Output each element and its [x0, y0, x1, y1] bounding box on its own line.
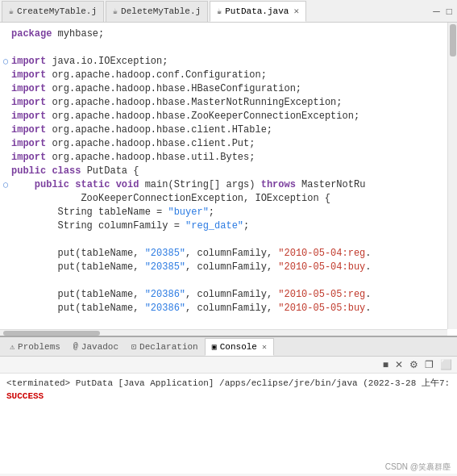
maximize-button[interactable]: □ [445, 6, 454, 17]
tab-delete-my-table[interactable]: ☕ DeleteMyTable.j [106, 1, 208, 22]
code-line: ZooKeeperConnectionException, IOExceptio… [0, 192, 457, 206]
code-line [0, 41, 457, 55]
code-line: ◯ import java.io.IOException; [0, 55, 457, 69]
javadoc-label: Javadoc [81, 342, 118, 352]
watermark-text: CSDN @笑裹群塵 [385, 461, 451, 473]
code-line: import org.apache.hadoop.hbase.client.HT… [0, 123, 457, 137]
code-line: put(tableName, "20385", columnFamily, "2… [0, 261, 457, 274]
code-line: import org.apache.hadoop.hbase.ZooKeeper… [0, 110, 457, 123]
code-editor: package myhbase; ◯ import java.io.IOExce… [0, 23, 457, 337]
settings-button[interactable]: ⚙ [408, 358, 420, 371]
editor-tab-bar: ☕ CreateMyTable.j ☕ DeleteMyTable.j ☕ Pu… [0, 0, 457, 23]
editor-v-scrollbar-thumb[interactable] [450, 24, 456, 56]
copy-button[interactable]: ❐ [423, 358, 435, 371]
code-line: ◯ public static void main(String[] args)… [0, 178, 457, 192]
declaration-icon: ⊡ [131, 342, 136, 352]
tab-console[interactable]: ▣ Console ✕ [205, 338, 274, 356]
console-terminated-line: <terminated> PutData [Java Application] … [6, 377, 451, 390]
code-line: String tableName = "buyer"; [0, 206, 457, 219]
console-output: <terminated> PutData [Java Application] … [0, 374, 457, 474]
console-icon: ▣ [212, 342, 217, 352]
console-label: Console [220, 342, 257, 352]
tab-close-icon[interactable]: ✕ [293, 6, 299, 16]
tab-label: CreateMyTable.j [17, 6, 97, 16]
remove-button[interactable]: ✕ [393, 358, 405, 371]
tab-window-controls: ─ □ [431, 6, 457, 17]
problems-icon: ⚠ [10, 342, 15, 352]
editor-v-scrollbar[interactable] [447, 23, 457, 329]
stop-button[interactable]: ■ [381, 358, 390, 371]
editor-h-scrollbar[interactable] [0, 329, 447, 336]
code-line: String columnFamily = "reg_date"; [0, 219, 457, 233]
code-line [0, 315, 457, 329]
tab-put-data[interactable]: ☕ PutData.java ✕ [210, 1, 306, 22]
declaration-label: Declaration [139, 342, 198, 352]
tab-create-my-table[interactable]: ☕ CreateMyTable.j [2, 1, 104, 22]
java-file-icon-3: ☕ [217, 6, 222, 16]
tab-javadoc[interactable]: @ Javadoc [67, 338, 125, 356]
java-file-icon-2: ☕ [113, 6, 118, 16]
bottom-panel: ⚠ Problems @ Javadoc ⊡ Declaration ▣ Con… [0, 337, 457, 476]
console-success-line: SUCCESS [6, 390, 451, 403]
code-line: import org.apache.hadoop.conf.Configurat… [0, 69, 457, 82]
code-line: import org.apache.hadoop.hbase.util.Byte… [0, 151, 457, 165]
console-close-icon[interactable]: ✕ [262, 342, 267, 352]
code-content: package myhbase; ◯ import java.io.IOExce… [0, 23, 457, 336]
code-line [0, 274, 457, 288]
java-file-icon: ☕ [9, 6, 14, 16]
javadoc-icon: @ [73, 342, 78, 351]
code-line [0, 233, 457, 247]
tab-declaration[interactable]: ⊡ Declaration [125, 338, 205, 356]
minimize-button[interactable]: ─ [431, 6, 442, 17]
code-line: put(tableName, "20385", columnFamily, "2… [0, 247, 457, 261]
code-line: import org.apache.hadoop.hbase.MasterNot… [0, 96, 457, 110]
code-line: import org.apache.hadoop.hbase.client.Pu… [0, 137, 457, 151]
code-line: put(tableName, "20386", columnFamily, "2… [0, 302, 457, 315]
pin-button[interactable]: ⬜ [438, 358, 454, 371]
editor-h-scrollbar-thumb[interactable] [3, 331, 100, 336]
code-line: public class PutData { [0, 165, 457, 178]
code-line: put(tableName, "20386", columnFamily, "2… [0, 288, 457, 302]
code-line: package myhbase; [0, 27, 457, 41]
tab-label-3: PutData.java [225, 6, 289, 16]
tab-problems[interactable]: ⚠ Problems [3, 338, 67, 356]
tab-label-2: DeleteMyTable.j [121, 6, 201, 16]
problems-label: Problems [18, 342, 60, 352]
console-toolbar: ■ ✕ ⚙ ❐ ⬜ [0, 357, 457, 374]
bottom-tab-bar: ⚠ Problems @ Javadoc ⊡ Declaration ▣ Con… [0, 337, 457, 357]
code-line: import org.apache.hadoop.hbase.HBaseConf… [0, 82, 457, 96]
